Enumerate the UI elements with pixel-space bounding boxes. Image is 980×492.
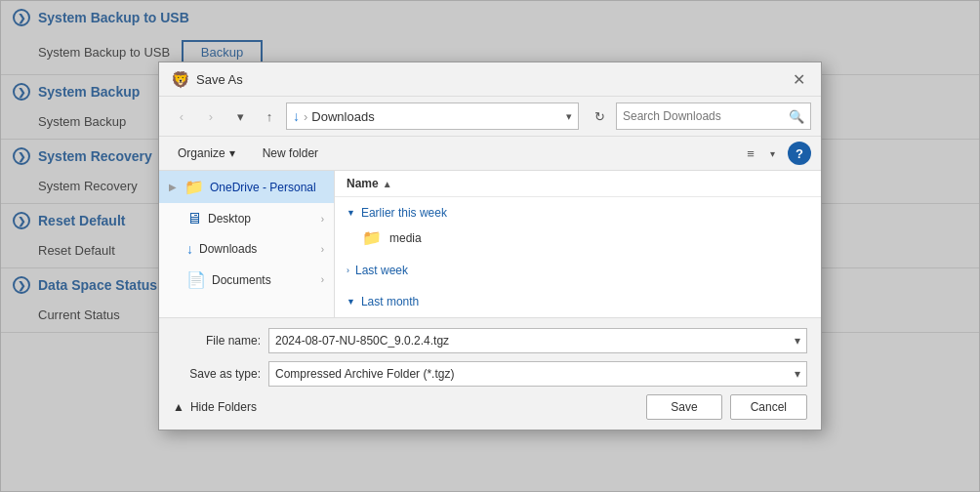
search-box[interactable]: 🔍 <box>616 102 811 130</box>
file-name-field[interactable]: ▾ <box>268 328 807 353</box>
dialog-subtoolbar: Organize ▾ New folder ≡ ▾ ? <box>159 137 821 171</box>
dialog-actions: ▲ Hide Folders Save Cancel <box>173 394 807 420</box>
left-panel-item-onedrive[interactable]: ▶ 📁 OneDrive - Personal <box>159 171 334 203</box>
group-last-month: ▼ Last month <box>335 286 821 317</box>
left-panel: ▶ 📁 OneDrive - Personal 🖥 Desktop › ↓ Do… <box>159 171 335 317</box>
group-header-last-week[interactable]: › Last week <box>335 259 821 282</box>
save-as-type-field[interactable]: ▾ <box>268 361 807 387</box>
up-button[interactable]: ↑ <box>257 103 282 129</box>
dialog-titlebar: 🦁 Save As ✕ <box>159 62 821 97</box>
documents-icon: 📄 <box>186 270 206 289</box>
save-as-type-label: Save as type: <box>173 367 261 381</box>
onedrive-label: OneDrive - Personal <box>210 181 316 194</box>
onedrive-expand-arrow: ▶ <box>169 182 177 192</box>
action-buttons: Save Cancel <box>646 394 807 420</box>
desktop-icon: 🖥 <box>186 210 202 227</box>
brave-icon: 🦁 <box>171 70 188 88</box>
last-week-label: Last week <box>355 264 408 277</box>
right-panel: Name ▲ ▼ Earlier this week 📁 media <box>335 171 821 317</box>
group-header-earlier-this-week[interactable]: ▼ Earlier this week <box>335 201 821 225</box>
view-buttons: ≡ ▾ <box>738 141 780 166</box>
address-bar[interactable]: ↓ › Downloads ▾ <box>286 102 579 130</box>
save-as-type-input[interactable] <box>275 367 795 381</box>
group-header-last-month[interactable]: ▼ Last month <box>335 290 821 313</box>
left-panel-item-downloads[interactable]: ↓ Downloads › <box>159 234 334 264</box>
file-name-label: File name: <box>173 334 261 348</box>
search-icon: 🔍 <box>789 109 804 124</box>
organize-label: Organize <box>178 146 225 160</box>
downloads-label: Downloads <box>199 242 257 256</box>
save-as-dialog: 🦁 Save As ✕ ‹ › ▾ ↑ ↓ › Downloads ▾ ↻ 🔍 <box>158 62 822 430</box>
view-dropdown-button[interactable]: ▾ <box>764 141 780 166</box>
earlier-expand-icon: ▼ <box>347 208 355 218</box>
address-text: Downloads <box>311 109 562 124</box>
hide-folders-label: Hide Folders <box>190 400 257 414</box>
onedrive-folder-icon: 📁 <box>184 178 204 196</box>
organize-arrow-icon: ▾ <box>229 146 235 160</box>
new-folder-button[interactable]: New folder <box>252 143 329 164</box>
documents-arrow-icon: › <box>321 274 324 285</box>
dialog-title-left: 🦁 Save As <box>171 70 243 88</box>
refresh-button[interactable]: ↻ <box>587 103 612 129</box>
hide-folders-button[interactable]: ▲ Hide Folders <box>173 400 257 414</box>
right-panel-header: Name ▲ <box>335 171 821 197</box>
hide-folders-arrow-icon: ▲ <box>173 400 184 414</box>
dialog-content: ▶ 📁 OneDrive - Personal 🖥 Desktop › ↓ Do… <box>159 171 821 317</box>
downloads-icon: ↓ <box>186 241 193 257</box>
save-as-type-row: Save as type: ▾ <box>173 361 807 387</box>
media-folder-icon: 📁 <box>362 228 382 247</box>
desktop-arrow-icon: › <box>321 214 324 225</box>
last-month-expand-icon: ▼ <box>347 297 355 307</box>
address-sep: › <box>304 109 307 124</box>
downloads-arrow-icon: › <box>321 244 324 255</box>
documents-label: Documents <box>212 273 271 287</box>
forward-button[interactable]: › <box>198 103 224 129</box>
save-button[interactable]: Save <box>646 394 721 420</box>
file-name-input[interactable] <box>275 334 795 348</box>
media-label: media <box>389 231 422 245</box>
dialog-close-button[interactable]: ✕ <box>788 68 809 90</box>
last-month-label: Last month <box>361 295 419 308</box>
group-earlier-this-week: ▼ Earlier this week 📁 media <box>335 197 821 255</box>
dropdown-button[interactable]: ▾ <box>227 103 253 129</box>
save-as-type-chevron-icon: ▾ <box>795 367 800 381</box>
organize-button[interactable]: Organize ▾ <box>169 143 244 164</box>
last-week-expand-icon: › <box>347 266 349 275</box>
download-icon: ↓ <box>293 108 300 124</box>
help-button[interactable]: ? <box>788 142 811 165</box>
name-column-header: Name <box>347 177 379 190</box>
group-last-week: › Last week <box>335 255 821 286</box>
earlier-this-week-label: Earlier this week <box>361 206 447 220</box>
dialog-toolbar: ‹ › ▾ ↑ ↓ › Downloads ▾ ↻ 🔍 <box>159 97 821 137</box>
left-panel-item-desktop[interactable]: 🖥 Desktop › <box>159 203 334 234</box>
sort-icon: ▲ <box>383 179 392 189</box>
view-list-button[interactable]: ≡ <box>738 141 763 166</box>
desktop-label: Desktop <box>208 212 251 226</box>
left-panel-item-documents[interactable]: 📄 Documents › <box>159 264 334 296</box>
modal-overlay: 🦁 Save As ✕ ‹ › ▾ ↑ ↓ › Downloads ▾ ↻ 🔍 <box>0 0 980 492</box>
back-button[interactable]: ‹ <box>169 103 194 129</box>
dialog-title-text: Save As <box>196 72 243 87</box>
cancel-button[interactable]: Cancel <box>730 394 807 420</box>
list-item-media[interactable]: 📁 media <box>335 225 821 251</box>
file-name-chevron-icon: ▾ <box>795 334 800 348</box>
dialog-bottom: File name: ▾ Save as type: ▾ ▲ Hide Fold… <box>159 317 821 430</box>
search-input[interactable] <box>623 109 785 123</box>
address-chevron-icon: ▾ <box>566 110 572 123</box>
file-name-row: File name: ▾ <box>173 328 807 353</box>
